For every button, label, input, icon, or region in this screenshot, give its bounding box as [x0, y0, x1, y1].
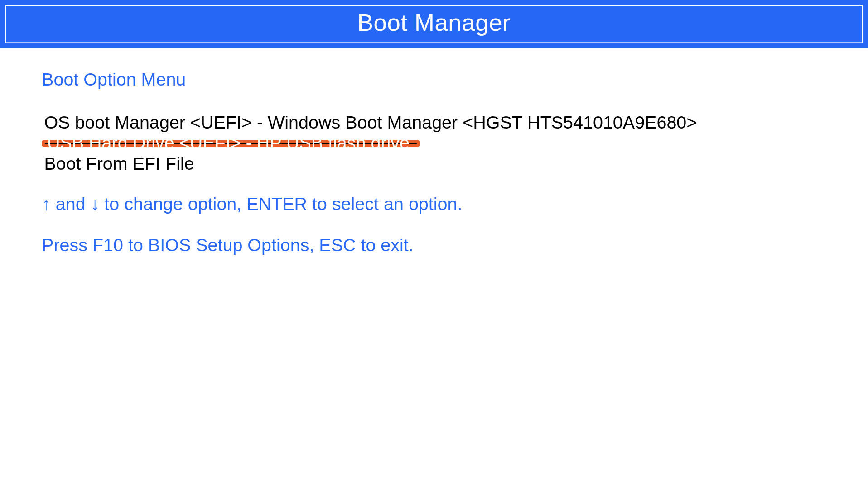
help-navigation-text: ↑ and ↓ to change option, ENTER to selec…: [42, 194, 868, 215]
header-inner: Boot Manager: [5, 5, 863, 44]
content-area: Boot Option Menu OS boot Manager <UEFI> …: [0, 48, 868, 256]
boot-option-os-manager[interactable]: OS boot Manager <UEFI> - Windows Boot Ma…: [42, 112, 699, 133]
section-title: Boot Option Menu: [42, 70, 868, 90]
header-bar: Boot Manager: [0, 0, 868, 48]
boot-option-row: OS boot Manager <UEFI> - Windows Boot Ma…: [42, 112, 868, 133]
boot-option-usb-drive[interactable]: USB Hard Drive <UEFI> - HP USB flash dri…: [45, 143, 417, 144]
boot-option-efi-file[interactable]: Boot From EFI File: [42, 153, 197, 174]
page-title: Boot Manager: [6, 10, 862, 36]
boot-option-row: Boot From EFI File: [42, 153, 868, 174]
annotation-highlight-box: USB Hard Drive <UEFI> - HP USB flash dri…: [42, 140, 420, 147]
boot-manager-screen: Boot Manager Boot Option Menu OS boot Ma…: [0, 0, 868, 487]
boot-option-row: USB Hard Drive <UEFI> - HP USB flash dri…: [42, 133, 868, 153]
help-extra-text: Press F10 to BIOS Setup Options, ESC to …: [42, 235, 868, 255]
